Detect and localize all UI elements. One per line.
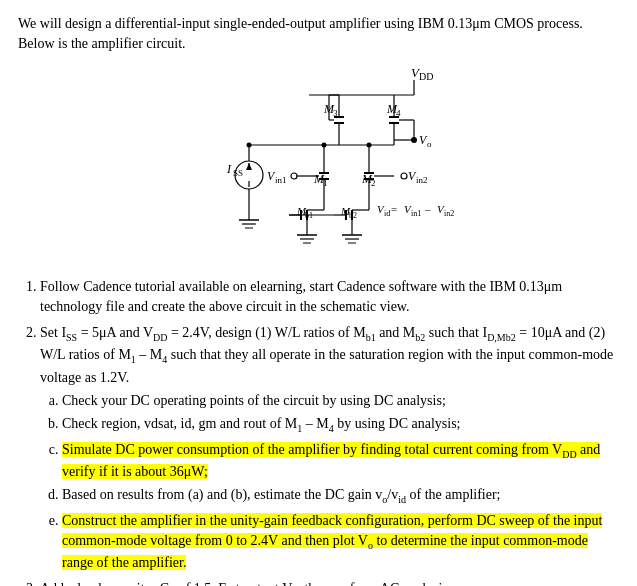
instruction-2c: Simulate DC power consumption of the amp… <box>62 440 619 483</box>
circuit-svg: V DD M 3 M 4 V o <box>149 65 489 265</box>
svg-text:–: – <box>424 203 431 215</box>
svg-text:in1: in1 <box>411 209 421 218</box>
svg-point-93 <box>366 142 371 147</box>
svg-text:o: o <box>427 139 432 149</box>
instruction-3-text: Add a load capacitor CL of 1.5pF at outp… <box>40 581 451 586</box>
svg-text:DD: DD <box>419 71 433 82</box>
instruction-item-3: Add a load capacitor CL of 1.5pF at outp… <box>40 579 619 586</box>
instruction-item-2: Set ISS = 5μA and VDD = 2.4V, design (1)… <box>40 323 619 573</box>
intro-text: We will design a differential-input sing… <box>18 16 583 51</box>
svg-point-91 <box>246 142 251 147</box>
svg-point-92 <box>321 142 326 147</box>
instruction-2-text: Set ISS = 5μA and VDD = 2.4V, design (1)… <box>40 325 613 385</box>
svg-text:in2: in2 <box>416 175 428 185</box>
svg-point-59 <box>401 173 407 179</box>
instruction-1-text: Follow Cadence tutorial available on ele… <box>40 279 562 314</box>
svg-text:in1: in1 <box>275 175 287 185</box>
svg-text:=: = <box>391 203 397 215</box>
instruction-item-1: Follow Cadence tutorial available on ele… <box>40 277 619 318</box>
svg-text:in2: in2 <box>444 209 454 218</box>
instruction-2d: Based on results from (a) and (b), estim… <box>62 485 619 507</box>
instruction-2e: Construct the amplifier in the unity-gai… <box>62 511 619 574</box>
svg-marker-32 <box>246 163 252 170</box>
circuit-diagram: V DD M 3 M 4 V o <box>18 65 619 265</box>
svg-point-46 <box>291 173 297 179</box>
instruction-2a: Check your DC operating points of the ci… <box>62 391 619 411</box>
svg-text:I: I <box>226 162 232 176</box>
instruction-2b: Check region, vdsat, id, gm and rout of … <box>62 414 619 436</box>
intro-paragraph: We will design a differential-input sing… <box>18 14 619 55</box>
svg-text:id: id <box>384 209 390 218</box>
instructions-section: Follow Cadence tutorial available on ele… <box>18 277 619 586</box>
